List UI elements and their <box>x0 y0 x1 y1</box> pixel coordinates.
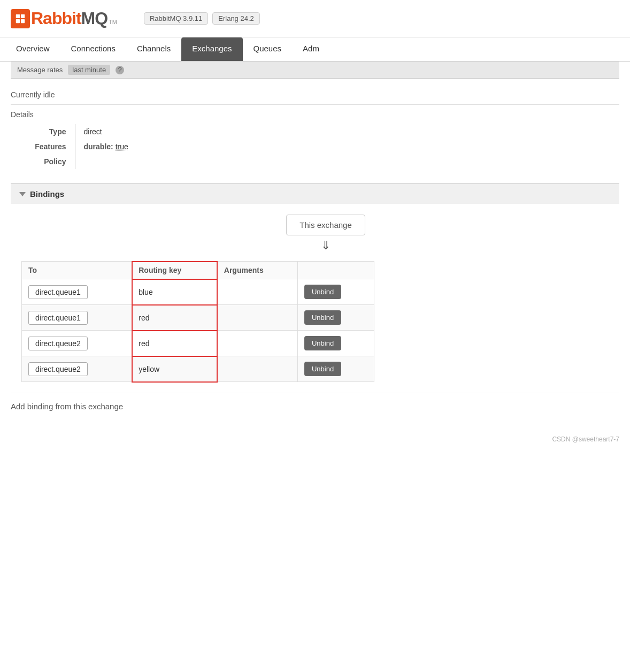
main-nav: Overview Connections Channels Exchanges … <box>0 37 630 62</box>
nav-item-channels[interactable]: Channels <box>126 37 181 61</box>
details-label-type: Type <box>11 124 75 139</box>
binding-routing-key-cell: red <box>132 305 218 331</box>
rabbitmq-version-badge: RabbitMQ 3.9.11 <box>144 12 208 25</box>
table-row: direct.queue2redUnbind <box>22 331 374 356</box>
svg-rect-1 <box>21 14 25 18</box>
logo: RabbitMQ TM <box>11 9 117 28</box>
details-label-features: Features <box>11 139 75 154</box>
details-row-policy: Policy <box>11 154 137 169</box>
add-binding-section: Add binding from this exchange <box>11 393 619 419</box>
idle-status: Currently idle <box>11 85 619 104</box>
message-rates-badge: last minute <box>68 65 110 75</box>
nav-item-connections[interactable]: Connections <box>60 37 126 61</box>
binding-routing-key-cell: red <box>132 331 218 356</box>
bindings-table-wrapper: To Routing key Arguments direct.queue1bl… <box>21 261 609 382</box>
binding-arguments-cell <box>217 305 297 331</box>
logo-text: RabbitMQ <box>31 9 107 28</box>
add-binding-title: Add binding from this exchange <box>11 402 123 411</box>
unbind-button[interactable]: Unbind <box>304 336 341 350</box>
binding-to-cell: direct.queue1 <box>22 305 132 331</box>
exchange-box: This exchange <box>286 215 365 235</box>
details-value-type: direct <box>75 124 137 139</box>
binding-action-cell: Unbind <box>297 305 374 331</box>
queue-box: direct.queue2 <box>28 362 88 376</box>
message-rates-bar: Message rates last minute ? <box>11 62 619 79</box>
svg-rect-0 <box>16 14 20 18</box>
unbind-button[interactable]: Unbind <box>304 310 341 325</box>
binding-to-cell: direct.queue2 <box>22 331 132 356</box>
binding-arguments-cell <box>217 279 297 305</box>
durable-value: true <box>116 142 128 151</box>
svg-rect-2 <box>16 19 20 22</box>
queue-box: direct.queue2 <box>28 337 88 350</box>
bindings-collapse-icon[interactable] <box>19 192 26 196</box>
table-row: direct.queue1redUnbind <box>22 305 374 331</box>
unbind-button[interactable]: Unbind <box>304 362 341 376</box>
details-row-type: Type direct <box>11 124 137 139</box>
durable-label: durable: <box>84 142 113 151</box>
details-title: Details <box>11 110 619 119</box>
binding-routing-key-cell: blue <box>132 279 218 305</box>
details-section: Details Type direct Features durable: tr… <box>11 104 619 174</box>
details-table: Type direct Features durable: true Polic… <box>11 124 137 169</box>
bindings-table-header-row: To Routing key Arguments <box>22 262 374 279</box>
details-value-policy <box>75 154 137 169</box>
queue-box: direct.queue1 <box>28 311 88 325</box>
details-value-features: durable: true <box>75 139 137 154</box>
svg-rect-3 <box>21 19 25 22</box>
queue-box: direct.queue1 <box>28 285 88 299</box>
details-row-features: Features durable: true <box>11 139 137 154</box>
logo-tm: TM <box>109 19 117 25</box>
nav-item-exchanges[interactable]: Exchanges <box>181 37 242 61</box>
arrow-down-icon: ⇓ <box>321 240 331 251</box>
col-header-action <box>297 262 374 279</box>
binding-action-cell: Unbind <box>297 331 374 356</box>
bindings-title: Bindings <box>30 189 64 198</box>
logo-icon <box>11 9 30 28</box>
col-header-to: To <box>22 262 132 279</box>
details-label-policy: Policy <box>11 154 75 169</box>
col-header-arguments: Arguments <box>217 262 297 279</box>
binding-to-cell: direct.queue1 <box>22 279 132 305</box>
version-badges: RabbitMQ 3.9.11 Erlang 24.2 <box>144 12 260 25</box>
nav-item-admin[interactable]: Adm <box>292 37 330 61</box>
nav-item-overview[interactable]: Overview <box>5 37 60 61</box>
main-content: Message rates last minute ? Currently id… <box>0 62 630 430</box>
binding-to-cell: direct.queue2 <box>22 356 132 382</box>
nav-item-queues[interactable]: Queues <box>243 37 293 61</box>
page-header: RabbitMQ TM RabbitMQ 3.9.11 Erlang 24.2 <box>0 0 630 37</box>
logo-rabbit: Rabbit <box>31 9 81 28</box>
exchange-diagram: This exchange ⇓ <box>32 204 619 261</box>
col-header-routing-key: Routing key <box>132 262 218 279</box>
message-rates-help[interactable]: ? <box>116 66 124 74</box>
erlang-version-badge: Erlang 24.2 <box>212 12 260 25</box>
binding-arguments-cell <box>217 331 297 356</box>
table-row: direct.queue2yellowUnbind <box>22 356 374 382</box>
logo-mq: MQ <box>81 9 108 28</box>
binding-arguments-cell <box>217 356 297 382</box>
bindings-header: Bindings <box>11 184 619 204</box>
bindings-section: Bindings This exchange ⇓ To Routing key … <box>11 183 619 382</box>
binding-action-cell: Unbind <box>297 356 374 382</box>
watermark-text: CSDN @sweetheart7-7 <box>552 436 619 443</box>
unbind-button[interactable]: Unbind <box>304 285 341 299</box>
table-row: direct.queue1blueUnbind <box>22 279 374 305</box>
binding-routing-key-cell: yellow <box>132 356 218 382</box>
footer-watermark: CSDN @sweetheart7-7 <box>0 430 630 448</box>
message-rates-label: Message rates <box>17 66 63 74</box>
binding-action-cell: Unbind <box>297 279 374 305</box>
bindings-table: To Routing key Arguments direct.queue1bl… <box>21 261 374 382</box>
